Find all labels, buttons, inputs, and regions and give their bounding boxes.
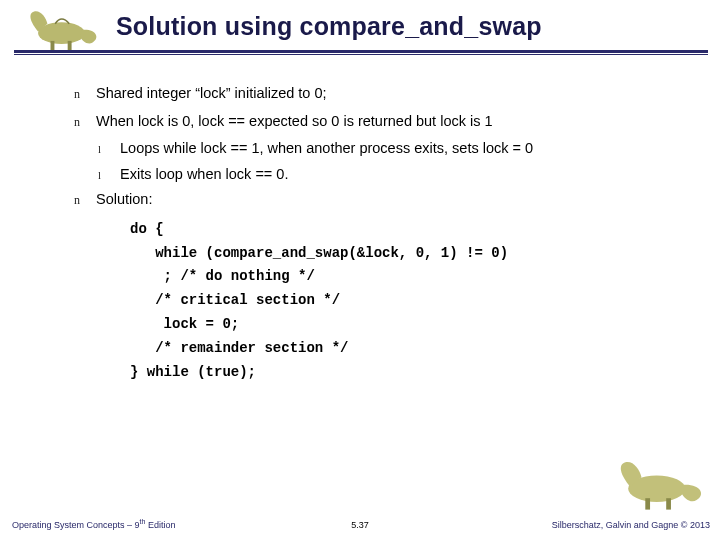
code-line: /* remainder section */: [130, 337, 694, 361]
footer-copyright: Silberschatz, Galvin and Gagne © 2013: [552, 520, 710, 530]
code-line: ; /* do nothing */: [130, 265, 694, 289]
bullet-item: n When lock is 0, lock == expected so 0 …: [74, 112, 694, 132]
bullet-text: Exits loop when lock == 0.: [120, 165, 694, 185]
code-line: /* critical section */: [130, 289, 694, 313]
dinosaur-icon: [24, 6, 102, 54]
code-line: } while (true);: [130, 361, 694, 385]
sub-bullet-item: l Loops while lock == 1, when another pr…: [98, 139, 694, 159]
sub-bullet-item: l Exits loop when lock == 0.: [98, 165, 694, 185]
bullet-mark: n: [74, 190, 96, 210]
code-line: while (compare_and_swap(&lock, 0, 1) != …: [130, 242, 694, 266]
bullet-mark: l: [98, 165, 120, 185]
slide: Solution using compare_and_swap n Shared…: [0, 0, 720, 540]
code-line: do {: [130, 218, 694, 242]
bullet-item: n Shared integer “lock” initialized to 0…: [74, 84, 694, 104]
code-block: do { while (compare_and_swap(&lock, 0, 1…: [130, 218, 694, 385]
svg-rect-1: [51, 41, 55, 50]
bullet-text: When lock is 0, lock == expected so 0 is…: [96, 112, 694, 132]
bullet-mark: n: [74, 84, 96, 104]
divider-thick: [14, 50, 708, 53]
bullet-text: Loops while lock == 1, when another proc…: [120, 139, 694, 159]
slide-title: Solution using compare_and_swap: [116, 12, 542, 41]
bullet-mark: l: [98, 139, 120, 159]
slide-footer: Operating System Concepts – 9th Edition …: [0, 504, 720, 540]
bullet-item: n Solution:: [74, 190, 694, 210]
svg-rect-2: [68, 41, 72, 50]
bullet-text: Solution:: [96, 190, 694, 210]
slide-body: n Shared integer “lock” initialized to 0…: [74, 84, 694, 384]
bullet-text: Shared integer “lock” initialized to 0;: [96, 84, 694, 104]
divider-thin: [14, 54, 708, 55]
code-line: lock = 0;: [130, 313, 694, 337]
bullet-mark: n: [74, 112, 96, 132]
slide-header: Solution using compare_and_swap: [0, 0, 720, 58]
